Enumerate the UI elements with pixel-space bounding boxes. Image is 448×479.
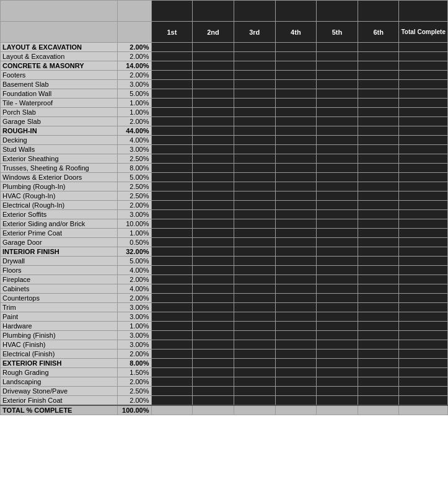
item-pct: 3.00%	[117, 303, 151, 312]
draw-cell-7	[399, 136, 448, 145]
draw-cell-2	[193, 89, 234, 99]
draw-cell-4	[275, 126, 317, 136]
table-row: Windows & Exterior Doors5.00%	[1, 173, 448, 182]
draw-cell-3	[234, 349, 275, 359]
draw-cell-6	[358, 136, 399, 145]
draw-cell-4	[275, 210, 317, 219]
item-name: HVAC (Rough-In)	[1, 191, 118, 201]
draw-cell-5	[317, 312, 358, 322]
item-name: Exterior Finish Coat	[1, 396, 118, 406]
draw-cell-5	[317, 201, 358, 210]
draw-cell-1	[151, 89, 193, 99]
table-row: HVAC (Rough-In)2.50%	[1, 191, 448, 201]
draw-cell-4	[275, 284, 317, 294]
draw-cell-3	[234, 61, 275, 71]
draw-cell-6	[358, 154, 399, 164]
draw-cell-1	[151, 201, 193, 210]
draw-cell-1	[151, 219, 193, 229]
item-name: Hardware	[1, 322, 118, 331]
draw-cell-6	[358, 117, 399, 126]
table-row: Basement Slab3.00%	[1, 80, 448, 89]
draw-cell-6	[358, 377, 399, 387]
item-name: Plumbing (Finish)	[1, 331, 118, 340]
draw-cell-4	[275, 201, 317, 210]
draw-label-2: 2nd	[193, 22, 234, 43]
item-name: Fireplace	[1, 275, 118, 284]
draw-cell-2	[193, 201, 234, 210]
draw-cell-4	[275, 80, 317, 89]
draw-cell-4	[275, 368, 317, 377]
draw-cell-2	[193, 145, 234, 154]
draw-cell-5	[317, 136, 358, 145]
draw-cell-1	[151, 387, 193, 396]
draw-cell-7	[399, 89, 448, 99]
header-draw-1	[151, 1, 193, 22]
item-pct: 4.00%	[117, 284, 151, 294]
draw-header-row: 1st2nd3rd4th5th6thTotal Complete	[1, 22, 448, 43]
item-name: Layout & Excavation	[1, 52, 118, 61]
section-title: ROUGH-IN	[1, 126, 118, 136]
draw-cell-3	[234, 154, 275, 164]
draw-cell-1	[151, 340, 193, 349]
header-draw-2	[193, 1, 234, 22]
draw-cell-4	[275, 154, 317, 164]
draw-cell-4	[275, 89, 317, 99]
draw-cell-7	[399, 229, 448, 238]
draw-cell-1	[151, 191, 193, 201]
draw-cell-1	[151, 136, 193, 145]
table-row: Trim3.00%	[1, 303, 448, 312]
draw-cell-1	[151, 210, 193, 219]
draw-cell-1	[151, 359, 193, 368]
item-name: Floors	[1, 266, 118, 275]
section-header-row: ROUGH-IN44.00%	[1, 126, 448, 136]
draw-cell-6	[358, 108, 399, 117]
draw-cell-6	[358, 126, 399, 136]
draw-cell-1	[151, 284, 193, 294]
draw-cell-4	[275, 294, 317, 303]
item-name: Tile - Waterproof	[1, 99, 118, 108]
draw-cell-3	[234, 71, 275, 80]
table-row: Exterior Sheathing2.50%	[1, 154, 448, 164]
draw-cell-3	[234, 145, 275, 154]
draw-cell-4	[275, 117, 317, 126]
draw-cell-5	[317, 349, 358, 359]
draw-cell-4	[275, 331, 317, 340]
item-name: Stud Walls	[1, 145, 118, 154]
total-draw-cell-4	[275, 405, 317, 415]
draw-cell-7	[399, 210, 448, 219]
draw-cell-6	[358, 164, 399, 173]
draw-cell-1	[151, 368, 193, 377]
draw-cell-2	[193, 71, 234, 80]
draw-cell-1	[151, 117, 193, 126]
draw-cell-7	[399, 257, 448, 266]
item-name: Trusses, Sheeting & Roofing	[1, 164, 118, 173]
total-draw-cell-5	[317, 405, 358, 415]
draw-cell-3	[234, 257, 275, 266]
draw-cell-7	[399, 284, 448, 294]
draw-cell-6	[358, 396, 399, 406]
draw-cell-3	[234, 303, 275, 312]
table-row: Exterior Soffits3.00%	[1, 210, 448, 219]
draw-cell-7	[399, 182, 448, 191]
draw-cell-5	[317, 164, 358, 173]
total-draw-cell-2	[193, 405, 234, 415]
item-pct: 0.50%	[117, 238, 151, 247]
draw-cell-2	[193, 164, 234, 173]
draw-cell-7	[399, 80, 448, 89]
header-draw-6	[358, 1, 399, 22]
draw-cell-1	[151, 266, 193, 275]
draw-cell-7	[399, 359, 448, 368]
draw-cell-7	[399, 247, 448, 257]
draw-cell-3	[234, 89, 275, 99]
draw-cell-7	[399, 312, 448, 322]
draw-cell-5	[317, 80, 358, 89]
draw-cell-7	[399, 108, 448, 117]
draw-cell-5	[317, 266, 358, 275]
draw-cell-3	[234, 266, 275, 275]
draw-cell-6	[358, 210, 399, 219]
table-row: Garage Door0.50%	[1, 238, 448, 247]
draw-cell-5	[317, 303, 358, 312]
draw-cell-7	[399, 71, 448, 80]
draw-cell-1	[151, 182, 193, 191]
item-name: Decking	[1, 136, 118, 145]
